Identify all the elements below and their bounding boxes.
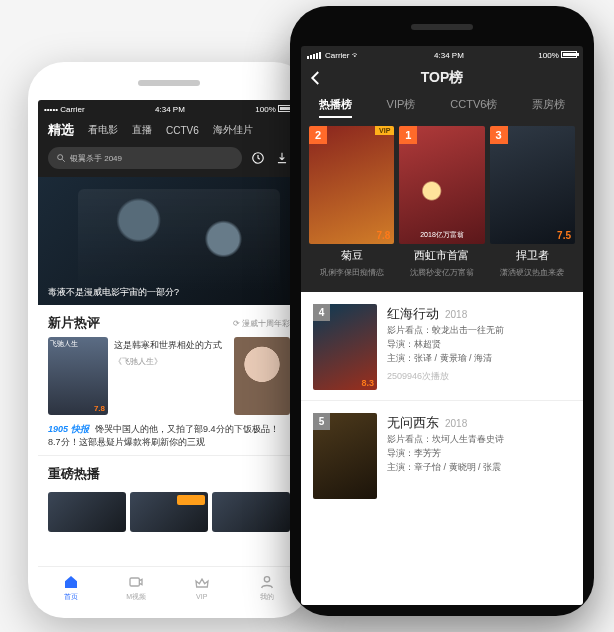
poster-rating: 7.8 [376, 230, 390, 241]
topnav-active[interactable]: 精选 [48, 121, 74, 139]
poster-small[interactable]: 飞驰人生 7.8 [48, 337, 108, 415]
bottom-tabbar: 首页 M视频 VIP 我的 [38, 566, 300, 608]
status-bar: ••••• Carrier 4:34 PM 100% [38, 100, 300, 115]
subtab-item[interactable]: VIP榜 [387, 97, 416, 118]
tab-label: M视频 [126, 592, 146, 602]
list-director: 导演：林超贤 [387, 338, 571, 352]
section-title: 新片热评 [48, 314, 100, 332]
signal-icon [307, 52, 321, 59]
new-releases-row: 飞驰人生 7.8 这是韩寒和世界相处的方式 《飞驰人生》 [38, 337, 300, 415]
list-tagline: 影片看点：蛟龙出击一往无前 [387, 324, 571, 338]
status-time: 4:34 PM [434, 51, 464, 60]
topnav-item[interactable]: CCTV6 [166, 125, 199, 136]
status-time: 4:34 PM [155, 105, 185, 114]
rank-card[interactable]: 2 VIP 7.8 菊豆 巩俐李保田痴情恋 [309, 126, 394, 278]
blurb-subtitle: 《飞驰人生》 [114, 356, 228, 367]
list-cast: 主演：章子怡 / 黄晓明 / 张震 [387, 461, 571, 475]
list-item[interactable]: 5 无问西东2018 影片看点：坎坷人生青春史诗 导演：李芳芳 主演：章子怡 /… [301, 400, 583, 509]
phone-left: ••••• Carrier 4:34 PM 100% 精选 看电影 直播 CCT… [28, 62, 310, 618]
tab-label: 我的 [260, 592, 274, 602]
hero-banner[interactable]: 毒液不是漫威电影宇宙的一部分? [38, 177, 300, 305]
card-title: 捍卫者 [490, 248, 575, 263]
tab-vip[interactable]: VIP [169, 575, 235, 600]
list-plays: 2509946次播放 [387, 370, 571, 384]
crown-icon [194, 575, 210, 591]
hot-poster-cctv6[interactable] [130, 492, 208, 532]
rank-badge: 5 [313, 413, 330, 430]
ranking-list: 4 8.3 红海行动2018 影片看点：蛟龙出击一往无前 导演：林超贤 主演：张… [301, 292, 583, 605]
list-info: 无问西东2018 影片看点：坎坷人生青春史诗 导演：李芳芳 主演：章子怡 / 黄… [387, 413, 571, 499]
card-subtitle: 潇洒硬汉热血来袭 [490, 267, 575, 278]
rank-card[interactable]: 3 7.5 捍卫者 潇洒硬汉热血来袭 [490, 126, 575, 278]
history-icon[interactable] [250, 150, 266, 166]
tab-mvideo[interactable]: M视频 [104, 574, 170, 602]
search-row: 银翼杀手 2049 [38, 147, 300, 177]
status-battery: 100% [538, 51, 577, 60]
rank-badge: 4 [313, 304, 330, 321]
card-subtitle: 沈腾秒变亿万富翁 [399, 267, 484, 278]
subtab-item[interactable]: CCTV6榜 [450, 97, 497, 118]
status-carrier: ••••• Carrier [44, 105, 85, 114]
back-button[interactable] [307, 69, 325, 87]
user-icon [259, 574, 275, 590]
tab-label: 首页 [64, 592, 78, 602]
topnav-item[interactable]: 海外佳片 [213, 123, 253, 137]
home-icon [63, 574, 79, 590]
svg-point-0 [58, 155, 63, 160]
hot-strip [38, 488, 300, 532]
list-item[interactable]: 4 8.3 红海行动2018 影片看点：蛟龙出击一往无前 导演：林超贤 主演：张… [301, 292, 583, 400]
poster-small[interactable] [234, 337, 290, 415]
vip-badge: VIP [375, 126, 394, 135]
poster-rating: 7.5 [557, 230, 571, 241]
subtab-active[interactable]: 热播榜 [319, 97, 352, 118]
thumb: 4 8.3 [313, 304, 377, 390]
list-info: 红海行动2018 影片看点：蛟龙出击一往无前 导演：林超贤 主演：张译 / 黄景… [387, 304, 571, 390]
hot-poster[interactable] [48, 492, 126, 532]
top3-row: 2 VIP 7.8 菊豆 巩俐李保田痴情恋 1 2018亿万富翁 西虹市首富 沈… [301, 126, 583, 278]
svg-rect-3 [130, 578, 139, 586]
poster: 2 VIP 7.8 [309, 126, 394, 244]
poster-rating: 8.3 [361, 378, 374, 388]
hero-caption: 毒液不是漫威电影宇宙的一部分? [48, 286, 179, 299]
tab-home[interactable]: 首页 [38, 574, 104, 602]
hot-poster[interactable] [212, 492, 290, 532]
section-more[interactable]: ⟳ 漫威十周年彩 [233, 318, 290, 329]
screen-right: Carrier ᯤ 4:34 PM 100% TOP榜 热播榜 VIP榜 CCT… [301, 46, 583, 605]
bezel-notch [411, 24, 473, 30]
list-cast: 主演：张译 / 黄景瑜 / 海清 [387, 352, 571, 366]
subtab-item[interactable]: 票房榜 [532, 97, 565, 118]
rank-badge: 2 [309, 126, 327, 144]
category-tabs: 精选 看电影 直播 CCTV6 海外佳片 [38, 115, 300, 147]
section-title: 重磅热播 [48, 465, 100, 483]
news-ticker[interactable]: 1905 快报 馋哭中国人的他，又拍了部9.4分的下饭极品！ 8.7分！这部悬疑… [38, 415, 300, 456]
navbar: TOP榜 [301, 61, 583, 93]
rank-badge: 3 [490, 126, 508, 144]
topnav-item[interactable]: 直播 [132, 123, 152, 137]
svg-line-1 [62, 159, 65, 162]
poster: 1 2018亿万富翁 [399, 126, 484, 244]
search-input[interactable]: 银翼杀手 2049 [48, 147, 242, 169]
status-battery: 100% [255, 105, 294, 114]
card-title: 菊豆 [309, 248, 394, 263]
phone-right: Carrier ᯤ 4:34 PM 100% TOP榜 热播榜 VIP榜 CCT… [290, 6, 594, 616]
status-bar: Carrier ᯤ 4:34 PM 100% [301, 46, 583, 61]
screen-left: ••••• Carrier 4:34 PM 100% 精选 看电影 直播 CCT… [38, 100, 300, 608]
poster-rating: 7.8 [94, 404, 105, 413]
search-placeholder: 银翼杀手 2049 [70, 153, 122, 164]
bezel-notch [138, 80, 200, 86]
rank-card[interactable]: 1 2018亿万富翁 西虹市首富 沈腾秒变亿万富翁 [399, 126, 484, 278]
list-title: 无问西东2018 [387, 413, 571, 433]
poster-blurb[interactable]: 这是韩寒和世界相处的方式 《飞驰人生》 [114, 337, 228, 415]
poster-label: 飞驰人生 [50, 339, 78, 349]
thumb: 5 [313, 413, 377, 499]
video-icon [128, 574, 144, 590]
section-header-hot: 重磅热播 [38, 456, 300, 488]
download-icon[interactable] [274, 150, 290, 166]
blurb-title: 这是韩寒和世界相处的方式 [114, 339, 228, 352]
card-title: 西虹市首富 [399, 248, 484, 263]
section-header-new: 新片热评 ⟳ 漫威十周年彩 [38, 305, 300, 337]
rank-badge: 1 [399, 126, 417, 144]
list-title: 红海行动2018 [387, 304, 571, 324]
list-director: 导演：李芳芳 [387, 447, 571, 461]
topnav-item[interactable]: 看电影 [88, 123, 118, 137]
